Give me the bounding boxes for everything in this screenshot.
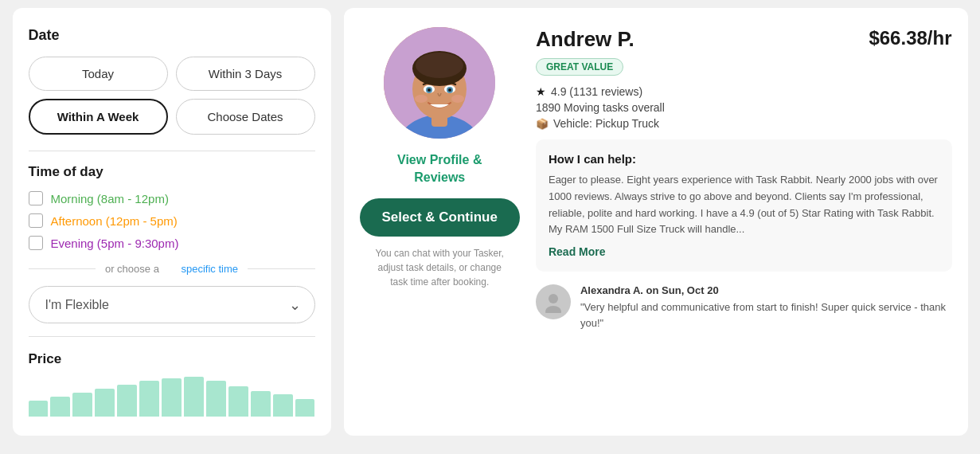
reviewer-name: Alexandra A. [580, 284, 643, 296]
select-continue-button[interactable]: Select & Continue [360, 198, 520, 237]
review-content: Alexandra A. on Sun, Oct 20 "Very helpfu… [580, 284, 952, 331]
price-bar-6 [162, 378, 182, 417]
price-bar-2 [72, 393, 92, 417]
price-bar-3 [95, 389, 115, 417]
time-checkbox-evening[interactable] [29, 236, 43, 250]
rating-row: ★ 4.9 (1131 reviews) [536, 85, 952, 98]
tasker-name: Andrew P. [536, 27, 634, 52]
reviewer-name-date: Alexandra A. on Sun, Oct 20 [580, 284, 952, 296]
time-label-afternoon: Afternoon (12pm - 5pm) [51, 214, 178, 228]
date-section-title: Date [29, 27, 315, 44]
divider-2 [29, 336, 315, 337]
price-chart [29, 377, 315, 417]
date-btn-choose-dates[interactable]: Choose Dates [176, 99, 315, 135]
divider-1 [29, 151, 315, 151]
view-profile-link[interactable]: View Profile & Reviews [397, 151, 482, 187]
date-buttons-group: TodayWithin 3 DaysWithin A WeekChoose Da… [29, 57, 315, 135]
review-section: Alexandra A. on Sun, Oct 20 "Very helpfu… [536, 284, 952, 331]
price-bar-4 [117, 385, 137, 417]
price-title: Price [29, 351, 315, 367]
price-bar-9 [228, 386, 248, 417]
reviewer-avatar [536, 284, 571, 319]
time-label-morning: Morning (8am - 12pm) [51, 192, 169, 205]
tasker-panel: View Profile & Reviews Select & Continue… [344, 8, 968, 436]
help-text: Eager to please. Eight years experience … [549, 172, 939, 238]
price-bar-7 [184, 377, 204, 417]
price-bar-11 [273, 394, 293, 417]
tasks-text: 1890 Moving tasks overall [536, 101, 665, 114]
price-bar-12 [295, 399, 315, 417]
price-bar-10 [251, 391, 271, 417]
reviewer-avatar-icon [542, 291, 564, 313]
tasks-row: 1890 Moving tasks overall [536, 101, 952, 114]
booking-note: You can chat with your Tasker, adjust ta… [376, 246, 504, 289]
tasker-left-col: View Profile & Reviews Select & Continue… [360, 27, 520, 417]
tasker-stats: ★ 4.9 (1131 reviews) 1890 Moving tasks o… [536, 85, 952, 130]
price-bar-8 [206, 381, 226, 417]
time-checkboxes: Morning (8am - 12pm)Afternoon (12pm - 5p… [29, 191, 315, 250]
rating-text: 4.9 (1131 reviews) [551, 85, 642, 98]
time-option-evening[interactable]: Evening (5pm - 9:30pm) [29, 236, 315, 250]
price-bar-0 [29, 401, 49, 417]
tasker-header: Andrew P. $66.38/hr [536, 27, 952, 52]
tasker-photo [384, 27, 495, 139]
svg-point-13 [451, 95, 464, 103]
price-bar-5 [139, 381, 159, 417]
great-value-badge: GREAT VALUE [536, 58, 623, 76]
tasker-right-col: Andrew P. $66.38/hr GREAT VALUE ★ 4.9 (1… [536, 27, 952, 417]
price-bar-1 [50, 397, 70, 417]
flexible-dropdown[interactable]: I'm Flexible [29, 286, 315, 323]
star-icon: ★ [536, 85, 546, 98]
vehicle-row: 📦 Vehicle: Pickup Truck [536, 117, 952, 130]
time-option-morning[interactable]: Morning (8am - 12pm) [29, 191, 315, 205]
help-title: How I can help: [549, 152, 939, 166]
date-btn-within-3-days[interactable]: Within 3 Days [176, 57, 315, 91]
vehicle-text: Vehicle: Pickup Truck [553, 117, 659, 130]
or-divider: or choose a specific time [29, 263, 315, 275]
svg-point-14 [549, 294, 558, 303]
specific-time-label: specific time [182, 263, 239, 275]
time-checkbox-morning[interactable] [29, 191, 43, 205]
time-section-title: Time of day [29, 164, 315, 180]
read-more-link[interactable]: Read More [549, 245, 606, 258]
review-text: "Very helpful and communicative from sta… [580, 299, 952, 331]
time-label-evening: Evening (5pm - 9:30pm) [51, 237, 179, 250]
time-checkbox-afternoon[interactable] [29, 213, 43, 228]
svg-point-10 [428, 88, 431, 92]
date-btn-today[interactable]: Today [29, 57, 168, 91]
tasker-rate: $66.38/hr [869, 27, 951, 49]
avatar [384, 27, 495, 139]
truck-icon: 📦 [536, 118, 549, 130]
svg-point-12 [415, 95, 428, 103]
left-filter-panel: Date TodayWithin 3 DaysWithin A WeekChoo… [13, 8, 331, 436]
help-box: How I can help: Eager to please. Eight y… [536, 139, 952, 272]
reviewer-date: on Sun, Oct 20 [646, 284, 719, 296]
or-label: or choose a [105, 263, 159, 275]
flexible-dropdown-wrapper: I'm Flexible ⌄ [29, 286, 315, 323]
date-btn-within-a-week[interactable]: Within A Week [29, 99, 168, 135]
svg-point-5 [416, 53, 463, 78]
svg-point-15 [545, 306, 561, 313]
time-option-afternoon[interactable]: Afternoon (12pm - 5pm) [29, 213, 315, 228]
svg-point-11 [448, 88, 451, 92]
